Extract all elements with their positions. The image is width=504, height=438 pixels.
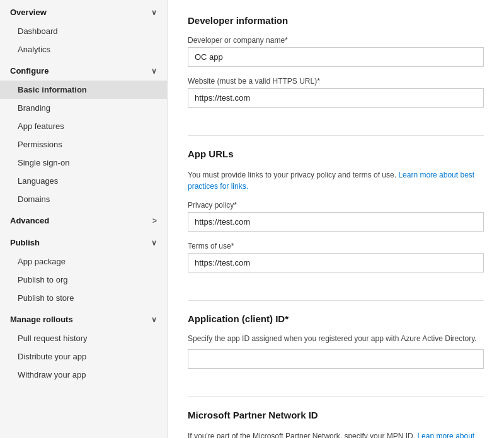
mpn-section: Microsoft Partner Network ID If you're p… bbox=[188, 410, 484, 438]
mpn-desc-text: If you're part of the Microsoft Partner … bbox=[188, 432, 415, 438]
sidebar-item-languages[interactable]: Languages bbox=[0, 172, 167, 190]
sidebar-chevron-configure: ∨ bbox=[151, 67, 157, 76]
app-id-desc: Specify the app ID assigned when you reg… bbox=[188, 334, 484, 343]
sidebar: Overview∨DashboardAnalyticsConfigure∨Bas… bbox=[0, 0, 168, 438]
website-input[interactable] bbox=[188, 88, 484, 108]
app-urls-desc: You must provide links to your privacy p… bbox=[188, 169, 484, 192]
divider-2 bbox=[188, 300, 484, 301]
sidebar-item-app-features[interactable]: App features bbox=[0, 117, 167, 135]
sidebar-chevron-advanced: > bbox=[152, 216, 157, 225]
sidebar-section-advanced[interactable]: Advanced> bbox=[0, 208, 167, 230]
sidebar-item-permissions[interactable]: Permissions bbox=[0, 135, 167, 154]
app-urls-title: App URLs bbox=[188, 149, 484, 159]
developer-info-title: Developer information bbox=[188, 15, 484, 26]
terms-of-use-label: Terms of use* bbox=[188, 242, 484, 250]
sidebar-item-branding[interactable]: Branding bbox=[0, 99, 167, 117]
developer-info-section: Developer information Developer or compa… bbox=[188, 15, 484, 118]
sidebar-item-distribute-your-app[interactable]: Distribute your app bbox=[0, 347, 167, 366]
sidebar-chevron-manage-rollouts: ∨ bbox=[151, 315, 157, 324]
sidebar-item-basic-information[interactable]: Basic information bbox=[0, 81, 167, 99]
sidebar-section-overview[interactable]: Overview∨ bbox=[0, 0, 167, 22]
sidebar-chevron-overview: ∨ bbox=[151, 8, 157, 17]
privacy-policy-input[interactable] bbox=[188, 212, 484, 232]
sidebar-section-label-advanced: Advanced bbox=[10, 216, 49, 225]
sidebar-item-dashboard[interactable]: Dashboard bbox=[0, 22, 167, 40]
sidebar-section-label-configure: Configure bbox=[10, 66, 49, 76]
app-id-title: Application (client) ID* bbox=[188, 313, 484, 324]
sidebar-item-single-sign-on[interactable]: Single sign-on bbox=[0, 154, 167, 172]
company-name-input[interactable] bbox=[188, 47, 484, 67]
main-content: Developer information Developer or compa… bbox=[168, 0, 504, 438]
sidebar-item-app-package[interactable]: App package bbox=[0, 252, 167, 271]
sidebar-item-withdraw-your-app[interactable]: Withdraw your app bbox=[0, 366, 167, 384]
app-urls-desc-text: You must provide links to your privacy p… bbox=[188, 171, 396, 179]
company-name-label: Developer or company name* bbox=[188, 36, 484, 45]
sidebar-section-label-manage-rollouts: Manage rollouts bbox=[10, 315, 73, 324]
privacy-policy-label: Privacy policy* bbox=[188, 201, 484, 210]
mpn-title: Microsoft Partner Network ID bbox=[188, 410, 484, 420]
sidebar-section-publish[interactable]: Publish∨ bbox=[0, 230, 167, 252]
sidebar-section-label-publish: Publish bbox=[10, 238, 40, 247]
website-label: Website (must be a valid HTTPS URL)* bbox=[188, 77, 484, 86]
sidebar-item-analytics[interactable]: Analytics bbox=[0, 40, 167, 59]
app-id-section: Application (client) ID* Specify the app… bbox=[188, 313, 484, 379]
sidebar-item-publish-to-store[interactable]: Publish to store bbox=[0, 289, 167, 307]
app-urls-section: App URLs You must provide links to your … bbox=[188, 149, 484, 283]
sidebar-item-domains[interactable]: Domains bbox=[0, 190, 167, 208]
sidebar-item-pull-request-history[interactable]: Pull request history bbox=[0, 329, 167, 347]
app-id-input[interactable] bbox=[188, 349, 484, 369]
sidebar-section-configure[interactable]: Configure∨ bbox=[0, 59, 167, 81]
sidebar-section-manage-rollouts[interactable]: Manage rollouts∨ bbox=[0, 307, 167, 329]
divider-1 bbox=[188, 135, 484, 136]
mpn-desc: If you're part of the Microsoft Partner … bbox=[188, 430, 484, 438]
terms-of-use-input[interactable] bbox=[188, 253, 484, 272]
sidebar-item-publish-to-org[interactable]: Publish to org bbox=[0, 271, 167, 289]
sidebar-chevron-publish: ∨ bbox=[151, 239, 157, 247]
divider-3 bbox=[188, 396, 484, 397]
sidebar-section-label-overview: Overview bbox=[10, 8, 47, 17]
